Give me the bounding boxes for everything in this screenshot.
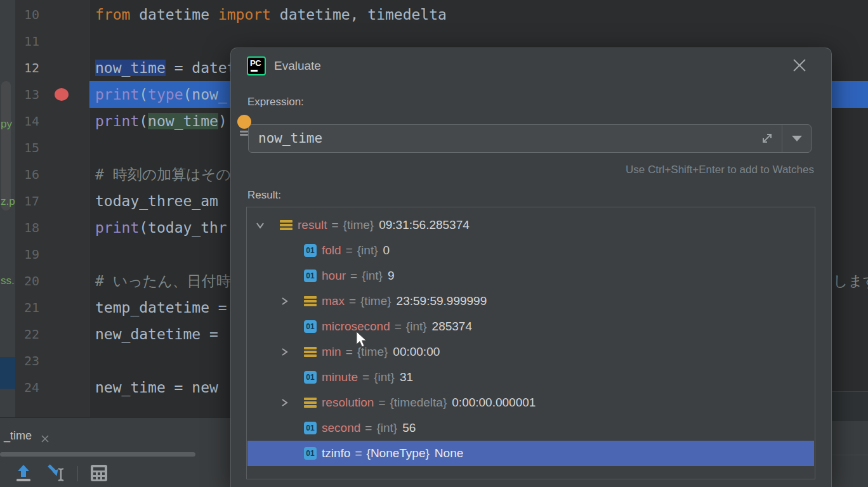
result-label: Result: (247, 189, 281, 202)
tree-row-result[interactable]: result={time}09:31:56.285374 (247, 212, 814, 238)
chevron-collapsed-icon[interactable] (280, 398, 289, 407)
variable-name: min (322, 345, 341, 358)
project-tree-selected-item[interactable] (0, 357, 15, 389)
gutter-line-13[interactable]: 13 (15, 81, 39, 108)
variable-type: {int} (376, 421, 397, 434)
variable-type: {int} (362, 269, 383, 282)
lightbulb-icon[interactable] (237, 115, 252, 138)
gutter-line-20[interactable]: 20 (15, 268, 39, 294)
code-segment: # 時刻の加算はその (95, 166, 231, 183)
tree-row-tzinfo[interactable]: 01tzinfo={NoneType}None (247, 441, 814, 466)
variable-text: resolution={timedelta}0:00:00.000001 (322, 390, 536, 415)
code-line-12[interactable]: now_time = datet (95, 55, 236, 81)
code-line-10[interactable]: from datetime import datetime, timedelta (95, 1, 447, 28)
code-segment: new_datetime = (95, 326, 227, 342)
code-line-24[interactable]: new_time = new (95, 374, 218, 401)
code-line-22[interactable]: new_datetime = (95, 321, 227, 347)
tree-row-min[interactable]: min={time}00:00:00 (247, 339, 814, 365)
code-segment: = datet (166, 60, 236, 76)
tree-row-microsecond[interactable]: 01microsecond={int}285374 (247, 314, 814, 339)
gutter-line-11[interactable]: 11 (15, 28, 39, 55)
variable-value: 00:00:00 (393, 345, 440, 358)
debug-tab-label[interactable]: _time (4, 429, 32, 443)
code-segment: (now_ (183, 86, 227, 103)
gutter-line-21[interactable]: 21 (15, 294, 39, 321)
code-line-14[interactable]: print(now_time) (95, 108, 227, 134)
code-segment: ( (139, 86, 148, 103)
gutter-line-23[interactable]: 23 (15, 347, 39, 374)
gutter-line-16[interactable]: 16 (15, 161, 39, 188)
variable-text: fold={int}0 (322, 238, 390, 263)
code-line-20[interactable]: # いったん、日付時 (95, 268, 231, 294)
result-tree[interactable]: result={time}09:31:56.28537401fold={int}… (246, 207, 815, 479)
code-segment: print (95, 219, 139, 236)
tab-scrollbar-thumb[interactable] (0, 452, 195, 457)
expression-value[interactable]: now_time (258, 125, 322, 152)
code-segment: type (148, 86, 183, 103)
gutter-line-17[interactable]: 17 (15, 188, 39, 214)
code-segment: print (95, 113, 139, 129)
variable-name: hour (322, 269, 346, 282)
code-line-16[interactable]: # 時刻の加算はその (95, 161, 231, 188)
variable-name: second (322, 421, 360, 434)
gutter-line-24[interactable]: 24 (15, 374, 39, 401)
editor-gutter[interactable]: 101112131415161718192021222324 (15, 0, 89, 417)
gutter-line-15[interactable]: 15 (15, 134, 39, 161)
tree-row-fold[interactable]: 01fold={int}0 (247, 238, 814, 263)
expression-label: Expression: (247, 96, 304, 108)
tree-row-minute[interactable]: 01minute={int}31 (247, 365, 814, 390)
variable-text: result={time}09:31:56.285374 (298, 212, 470, 238)
gutter-line-10[interactable]: 10 (15, 1, 39, 28)
gutter-line-12[interactable]: 12 (15, 55, 39, 81)
object-icon (304, 296, 317, 306)
tree-row-max[interactable]: max={time}23:59:59.999999 (247, 289, 814, 314)
gutter-line-18[interactable]: 18 (15, 214, 39, 241)
tree-row-second[interactable]: 01second={int}56 (247, 415, 814, 441)
variable-value: 31 (400, 370, 413, 384)
variable-text: hour={int}9 (322, 263, 394, 289)
code-line-17[interactable]: today_three_am (95, 188, 227, 214)
equals-sign: = (331, 218, 338, 231)
variable-name: fold (322, 244, 341, 257)
close-icon[interactable] (792, 58, 807, 73)
debug-panel-edge (832, 391, 868, 421)
code-segment: datetime (130, 6, 218, 23)
expression-history-dropdown[interactable] (782, 125, 811, 152)
variable-name: tzinfo (322, 446, 350, 460)
run-to-cursor-icon[interactable] (47, 464, 71, 483)
code-segment: now_time (95, 60, 166, 76)
variable-name: max (322, 294, 345, 308)
equals-sign: = (355, 446, 362, 460)
code-line-13[interactable]: print(type(now_ (95, 81, 227, 108)
gutter-line-14[interactable]: 14 (15, 108, 39, 134)
breakpoint-dot[interactable] (55, 88, 69, 101)
equals-sign: = (378, 396, 385, 409)
code-line-18[interactable]: print(today_thr (95, 214, 227, 241)
gutter-line-19[interactable]: 19 (15, 241, 39, 268)
project-tree-sliver[interactable]: py z.p ss. (0, 0, 16, 417)
tab-close-icon[interactable] (41, 434, 49, 443)
equals-sign: = (395, 320, 402, 333)
step-out-icon[interactable] (14, 464, 33, 483)
variable-value: None (435, 446, 463, 460)
variable-value: 56 (402, 421, 416, 434)
expand-window-icon[interactable] (760, 131, 774, 145)
code-overflow-fragment: します (833, 268, 868, 294)
project-tree-scrollbar[interactable] (1, 81, 11, 211)
variable-value: 9 (388, 269, 395, 282)
gutter-line-22[interactable]: 22 (15, 321, 39, 347)
expression-input[interactable]: now_time (248, 124, 812, 153)
code-segment: new_time = new (95, 379, 218, 396)
tree-row-hour[interactable]: 01hour={int}9 (247, 263, 814, 289)
chevron-expanded-icon[interactable] (256, 221, 265, 230)
tree-row-resolution[interactable]: resolution={timedelta}0:00:00.000001 (247, 390, 814, 415)
variable-name: result (298, 218, 327, 231)
variable-type: {NoneType} (367, 446, 430, 460)
chevron-collapsed-icon[interactable] (280, 347, 289, 356)
variable-type: {int} (406, 320, 427, 333)
chevron-collapsed-icon[interactable] (280, 297, 289, 306)
code-line-21[interactable]: temp_datetime = (95, 294, 227, 321)
code-segment: (today_thr (139, 219, 227, 236)
code-segment: ( (139, 113, 148, 129)
evaluate-expression-icon[interactable] (89, 464, 109, 483)
